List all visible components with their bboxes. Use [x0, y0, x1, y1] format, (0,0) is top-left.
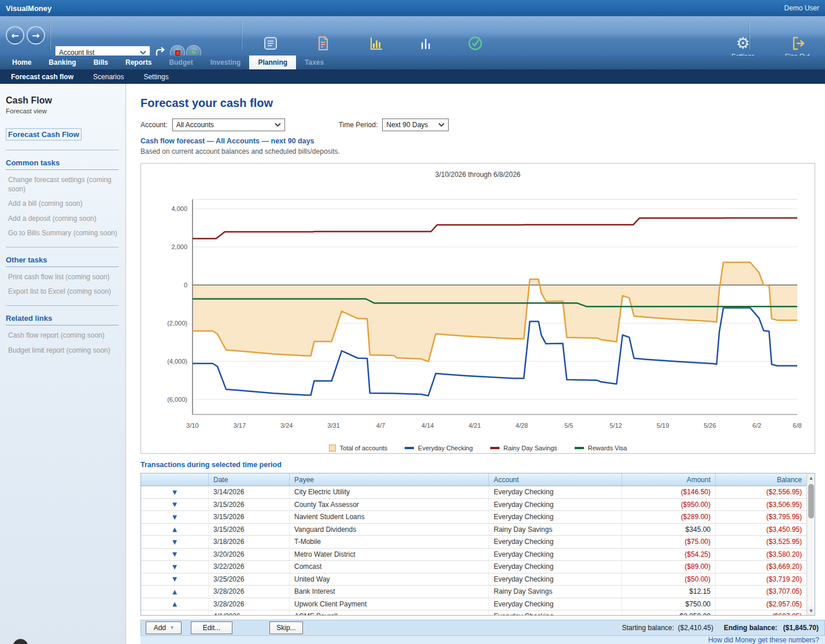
app-title: VisualMoney	[6, 4, 51, 13]
payee-cell: United Way	[290, 573, 489, 586]
balance-cell: ($2,957.05)	[716, 598, 807, 610]
how-did-money-link[interactable]: How did Money get these numbers?	[708, 636, 825, 644]
account-select[interactable]: All Accounts	[172, 119, 285, 131]
tab-bills[interactable]: Bills	[85, 55, 117, 69]
time-period-select[interactable]: Next 90 Days	[382, 119, 449, 131]
payee-cell: Metro Water District	[290, 549, 489, 561]
amount-cell: ($75.00)	[622, 536, 716, 548]
tab-planning[interactable]: Planning	[249, 55, 296, 69]
column-header-Balance[interactable]: Balance	[716, 473, 807, 486]
table-row[interactable]: ▼3/15/2026Navient Student LoansEveryday …	[141, 511, 807, 524]
user-name: Demo User	[784, 4, 819, 12]
column-header-Payee[interactable]: Payee	[290, 473, 489, 486]
chart-title: 3/10/2026 through 6/8/2026	[141, 164, 815, 181]
tab-reports[interactable]: Reports	[117, 55, 160, 69]
table-row[interactable]: ▼3/14/2026City Electric UtilityEveryday …	[141, 486, 807, 499]
scroll-down-button[interactable]: ▼	[807, 606, 815, 615]
payee-cell: Comcast	[290, 561, 489, 573]
footer-bar: Add ▼ Edit... Skip... Starting balance: …	[140, 620, 825, 636]
table-row[interactable]: ▼3/18/2026T-MobileEveryday Checking($75.…	[141, 536, 807, 549]
back-button[interactable]: ←	[6, 26, 24, 45]
balance-cell: ($3,525.95)	[716, 536, 807, 548]
balance-cell: ($3,669.20)	[716, 561, 807, 573]
forward-button[interactable]: →	[27, 26, 45, 45]
balance-value: ($3,795.95)	[767, 513, 802, 521]
amount-value: $750.00	[686, 600, 711, 608]
table-row[interactable]: ▲3/28/2026Bank InterestRainy Day Savings…	[141, 586, 807, 598]
forecast-subtitle: Cash flow forecast — All Accounts — next…	[140, 137, 315, 145]
app-window: { "window": { "app_title": "VisualMoney"…	[0, 0, 825, 644]
account-cell: Everyday Checking	[489, 610, 622, 616]
table-row[interactable]: ▼3/22/2026ComcastEveryday Checking($89.0…	[141, 561, 807, 573]
amount-value: ($89.00)	[685, 562, 711, 571]
svg-text:4/14: 4/14	[421, 422, 434, 429]
sidebar-section-heading: Related links	[6, 314, 119, 325]
direction-cell: ▼	[141, 549, 209, 561]
forecast-description: Based on current account balances and sc…	[140, 147, 340, 156]
amount-cell: $345.00	[622, 524, 716, 536]
legend-swatch	[405, 447, 414, 449]
amount-value: ($54.25)	[685, 550, 711, 558]
direction-cell: ▼	[141, 561, 209, 573]
scrollbar-thumb[interactable]	[808, 484, 814, 519]
date-cell: 3/15/2026	[209, 511, 290, 523]
table-row[interactable]: ▼3/20/2026Metro Water DistrictEveryday C…	[141, 549, 807, 561]
date-cell: 3/15/2026	[209, 524, 290, 536]
table-row[interactable]: ▲3/15/2026Vanguard DividendsRainy Day Sa…	[141, 524, 807, 536]
legend-item-total-of-accounts: Total of accounts	[329, 445, 388, 451]
column-header-indicator[interactable]	[141, 473, 209, 486]
cash-flow-icon	[368, 35, 384, 53]
payee-cell: T-Mobile	[290, 536, 489, 548]
balance-cell: ($2,556.95)	[716, 486, 807, 498]
account-cell: Everyday Checking	[489, 486, 622, 498]
column-header-Amount[interactable]: Amount	[622, 473, 716, 486]
tab-banking[interactable]: Banking	[40, 55, 84, 69]
table-row[interactable]: ▼3/25/2026United WayEveryday Checking($5…	[141, 573, 807, 586]
skip-button[interactable]: Skip...	[269, 621, 303, 634]
gear-icon: ⚙	[736, 35, 750, 51]
starting-balance-label: Starting balance:	[622, 624, 674, 632]
sidebar-item-disabled: Change forecast settings (coming soon)	[6, 175, 119, 194]
ending-balance-value: ($1,845.70)	[783, 624, 819, 632]
table-row[interactable]: ▼3/15/2026County Tax AssessorEveryday Ch…	[141, 499, 807, 512]
column-header-Account[interactable]: Account	[489, 473, 622, 486]
amount-value: $345.00	[686, 525, 711, 534]
sidebar-item-disabled: Export list to Excel (coming soon)	[6, 287, 119, 296]
direction-cell: ▼	[141, 486, 209, 498]
balances: Starting balance: ($2,410.45) Ending bal…	[622, 624, 824, 632]
balance-value: ($3,450.95)	[767, 525, 802, 534]
date-cell: 3/28/2026	[209, 586, 290, 598]
down-triangle-icon: ▼	[172, 514, 177, 520]
divider	[6, 305, 119, 306]
svg-text:0: 0	[184, 282, 187, 288]
balance-cell: ($607.05)	[716, 610, 807, 616]
subtab-settings[interactable]: Settings	[134, 69, 178, 84]
up-triangle-icon: ▲	[172, 601, 177, 607]
direction-cell: ▲	[141, 524, 209, 536]
svg-text:4/21: 4/21	[468, 422, 480, 429]
toolbar-separator	[50, 22, 51, 50]
balance-value: ($607.05)	[772, 612, 802, 616]
svg-text:6/2: 6/2	[753, 422, 761, 429]
legend-label: Everyday Checking	[418, 445, 473, 451]
tab-home[interactable]: Home	[3, 55, 40, 69]
edit-button[interactable]: Edit...	[191, 621, 232, 634]
date-cell: 3/22/2026	[209, 561, 290, 573]
table-scrollbar[interactable]: ▲ ▼	[806, 473, 815, 615]
date-cell: 4/1/2026	[209, 610, 290, 616]
table-row[interactable]: ▲4/1/2026ACME PayrollEveryday Checking$2…	[141, 610, 807, 616]
subtab-forecast-cash-flow[interactable]: Forecast cash flow	[1, 69, 83, 84]
sidebar-link-forecast-cash-flow[interactable]: Forecast Cash Flow	[6, 128, 82, 140]
svg-text:(6,000): (6,000)	[167, 396, 187, 403]
scroll-up-icon: ▲	[809, 476, 812, 480]
column-header-Date[interactable]: Date	[209, 473, 290, 486]
svg-text:4,000: 4,000	[171, 205, 187, 212]
amount-cell: $750.00	[622, 598, 716, 610]
add-button[interactable]: Add ▼	[146, 621, 182, 634]
table-row[interactable]: ▲3/28/2026Upwork Client PaymentEveryday …	[141, 598, 807, 611]
account-cell: Rainy Day Savings	[489, 524, 622, 536]
scroll-up-button[interactable]: ▲	[807, 473, 815, 482]
table-header-row: DatePayeeAccountAmountBalance	[141, 473, 807, 486]
subtab-scenarios[interactable]: Scenarios	[83, 69, 134, 84]
svg-text:5/12: 5/12	[609, 422, 621, 429]
